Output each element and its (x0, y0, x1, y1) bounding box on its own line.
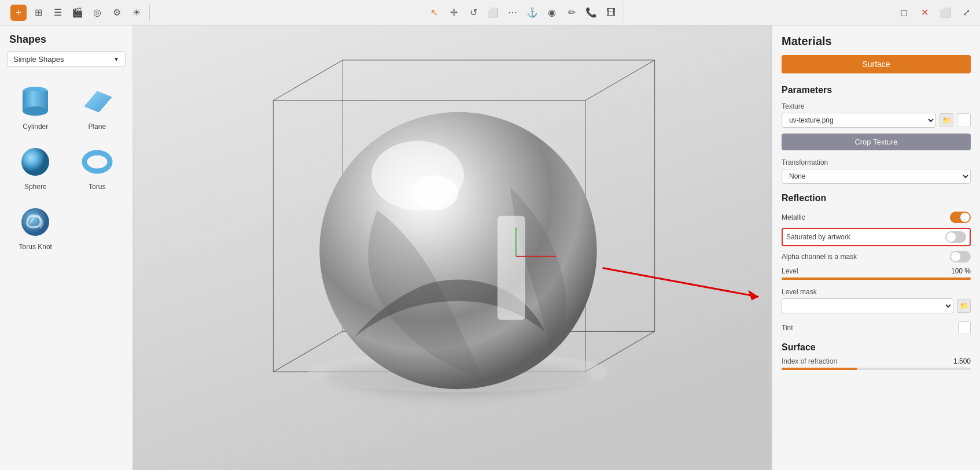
cube-view-btn[interactable]: ◻ (896, 5, 912, 21)
close-btn[interactable]: ✕ (916, 5, 933, 21)
shape-plane[interactable]: Plane (69, 80, 126, 135)
metallic-row: Metallic (782, 210, 971, 224)
tint-row: Tint (782, 320, 971, 335)
svg-marker-3 (84, 91, 112, 112)
maximize-btn[interactable]: ⤢ (958, 5, 974, 21)
level-slider-fill (782, 277, 971, 280)
shapes-dropdown[interactable]: Simple Shapes ▼ (7, 51, 126, 67)
svg-point-7 (21, 208, 49, 236)
grid-btn[interactable]: ⊞ (30, 5, 46, 21)
svg-point-6 (89, 157, 105, 166)
metallic-label: Metallic (782, 213, 805, 221)
left-sidebar: Shapes Simple Shapes ▼ (0, 25, 133, 470)
saturated-row: Saturated by artwork (782, 228, 971, 246)
toolbar-right-group: ◻ ✕ ⬜ ⤢ (896, 5, 974, 21)
toolbar-left-group: ＋ ⊞ ☰ 🎬 ◎ ⚙ ☀ (6, 5, 150, 21)
video-btn[interactable]: 🎬 (69, 5, 86, 21)
right-panel: Materials Surface Parameters Texture uv-… (772, 25, 980, 470)
torus-knot-label: Torus Knot (19, 243, 52, 251)
materials-title: Materials (782, 35, 971, 48)
shape-sphere[interactable]: Sphere (7, 140, 64, 195)
toolbar: ＋ ⊞ ☰ 🎬 ◎ ⚙ ☀ ↖ ✛ ↺ ⬜ ⋯ ⚓ ◉ ✏ 📞 🎞 ◻ ✕ ⬜ … (0, 0, 980, 25)
saturated-toggle[interactable] (945, 231, 966, 243)
shape-torus[interactable]: Torus (69, 140, 126, 195)
ior-slider-fill (782, 368, 857, 370)
svg-point-4 (21, 148, 49, 176)
parameters-section-title: Parameters (782, 85, 971, 95)
plane-label: Plane (88, 123, 106, 131)
alpha-row: Alpha channel is a mask (782, 250, 971, 264)
shape-torus-knot[interactable]: Torus Knot (7, 200, 64, 256)
sphere-icon (18, 145, 53, 179)
chevron-down-icon: ▼ (113, 56, 119, 62)
brush-tool-btn[interactable]: ✏ (563, 5, 580, 21)
cursor-tool-btn[interactable]: ↖ (426, 5, 442, 21)
add-btn[interactable]: ＋ (10, 5, 27, 21)
toolbar-center-group: ↖ ✛ ↺ ⬜ ⋯ ⚓ ◉ ✏ 📞 🎞 (421, 5, 624, 21)
move-tool-btn[interactable]: ✛ (445, 5, 462, 21)
level-slider-row: Level 100 % (782, 267, 971, 280)
saturated-label: Saturated by artwork (786, 233, 850, 241)
surface-section-title: Surface (782, 342, 971, 353)
svg-point-26 (412, 176, 458, 210)
texture-folder-btn[interactable]: 📁 (940, 113, 953, 127)
texture-label: Texture (782, 102, 971, 110)
torus-icon (80, 145, 115, 179)
film-tool-btn[interactable]: 🎞 (603, 5, 619, 21)
plane-icon (80, 84, 115, 119)
level-label: Level (782, 267, 798, 275)
transformation-row: None (782, 169, 971, 184)
screen-tool-btn[interactable]: ⬜ (485, 5, 501, 21)
shape-cylinder[interactable]: Cylinder (7, 80, 64, 135)
alpha-label: Alpha channel is a mask (782, 253, 857, 261)
circle-tool-btn[interactable]: ◉ (544, 5, 560, 21)
ior-label: Index of refraction (782, 357, 837, 365)
level-mask-label: Level mask (782, 288, 971, 296)
level-mask-folder-btn[interactable]: 📁 (957, 299, 971, 313)
phone-tool-btn[interactable]: 📞 (583, 5, 599, 21)
sphere-label: Sphere (24, 183, 47, 191)
ior-slider-track[interactable] (782, 368, 971, 370)
ior-value: 1.500 (953, 357, 971, 365)
sun-btn[interactable]: ☀ (128, 5, 145, 21)
main-layout: Shapes Simple Shapes ▼ (0, 25, 980, 470)
ior-row: Index of refraction 1.500 (782, 357, 971, 365)
torus-label: Torus (89, 183, 105, 191)
level-mask-row: 📁 (782, 298, 971, 313)
settings-btn[interactable]: ⚙ (109, 5, 125, 21)
menu-btn[interactable]: ☰ (50, 5, 66, 21)
surface-tab[interactable]: Surface (782, 55, 971, 73)
cylinder-icon (18, 84, 53, 119)
texture-row: uv-texture.png 📁 (782, 113, 971, 128)
svg-point-2 (23, 106, 48, 116)
reflection-section-title: Reflection (782, 193, 971, 203)
crop-texture-btn[interactable]: Crop Texture (782, 134, 971, 150)
target-btn[interactable]: ◎ (89, 5, 105, 21)
transformation-label: Transformation (782, 158, 971, 166)
texture-dropdown[interactable]: uv-texture.png (782, 113, 936, 128)
window-btn[interactable]: ⬜ (937, 5, 953, 21)
level-slider-track[interactable] (782, 277, 971, 280)
nodes-tool-btn[interactable]: ⋯ (504, 5, 521, 21)
alpha-toggle[interactable] (950, 251, 971, 262)
shapes-grid: Cylinder Plane (0, 75, 132, 260)
tint-color-swatch[interactable] (958, 321, 971, 334)
level-mask-dropdown[interactable] (782, 298, 953, 313)
texture-color-btn[interactable] (957, 113, 971, 127)
tint-label: Tint (782, 324, 793, 332)
viewport[interactable] (133, 25, 772, 470)
torus-knot-icon (18, 205, 53, 239)
rotate-tool-btn[interactable]: ↺ (465, 5, 481, 21)
anchor-tool-btn[interactable]: ⚓ (524, 5, 540, 21)
shapes-dropdown-value: Simple Shapes (13, 55, 64, 64)
transformation-dropdown[interactable]: None (782, 169, 971, 184)
svg-rect-27 (498, 216, 525, 320)
sidebar-title: Shapes (0, 25, 132, 51)
level-value: 100 % (951, 267, 971, 275)
metallic-toggle[interactable] (950, 212, 971, 223)
cylinder-label: Cylinder (23, 123, 48, 131)
